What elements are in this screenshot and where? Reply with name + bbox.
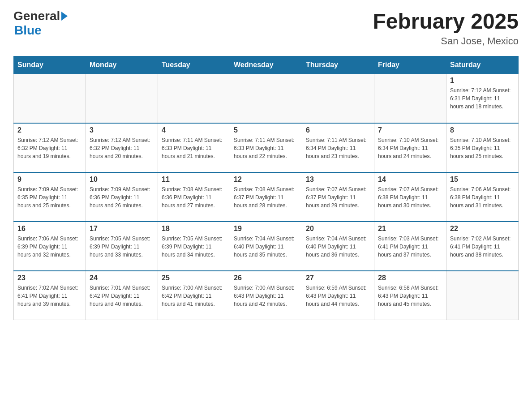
cell-day-number: 13 (306, 176, 370, 184)
cell-sun-info: Sunrise: 7:11 AM Sunset: 6:33 PM Dayligh… (162, 136, 226, 160)
cell-day-number: 11 (162, 176, 226, 184)
cell-sun-info: Sunrise: 7:03 AM Sunset: 6:41 PM Dayligh… (378, 235, 442, 259)
table-row: 6Sunrise: 7:11 AM Sunset: 6:34 PM Daylig… (302, 123, 374, 172)
header-monday: Monday (86, 56, 158, 74)
cell-sun-info: Sunrise: 7:08 AM Sunset: 6:37 PM Dayligh… (234, 185, 298, 210)
table-row: 13Sunrise: 7:07 AM Sunset: 6:37 PM Dayli… (302, 172, 374, 222)
table-row: 1Sunrise: 7:12 AM Sunset: 6:31 PM Daylig… (446, 74, 519, 123)
table-row (374, 74, 446, 123)
table-row (158, 74, 230, 123)
table-row: 18Sunrise: 7:05 AM Sunset: 6:39 PM Dayli… (158, 222, 230, 271)
cell-day-number: 7 (378, 126, 442, 134)
table-row: 4Sunrise: 7:11 AM Sunset: 6:33 PM Daylig… (158, 123, 230, 172)
cell-day-number: 9 (17, 176, 82, 184)
cell-sun-info: Sunrise: 7:06 AM Sunset: 6:39 PM Dayligh… (17, 235, 82, 259)
table-row (230, 74, 302, 123)
cell-sun-info: Sunrise: 7:02 AM Sunset: 6:41 PM Dayligh… (17, 284, 82, 308)
table-row (302, 74, 374, 123)
table-row (86, 74, 158, 123)
cell-sun-info: Sunrise: 7:07 AM Sunset: 6:38 PM Dayligh… (378, 185, 442, 210)
logo-blue: Blue (14, 23, 42, 38)
cell-sun-info: Sunrise: 7:05 AM Sunset: 6:39 PM Dayligh… (162, 235, 226, 259)
cell-day-number: 23 (17, 274, 82, 282)
cell-day-number: 16 (17, 225, 82, 233)
table-row: 12Sunrise: 7:08 AM Sunset: 6:37 PM Dayli… (230, 172, 302, 222)
cell-sun-info: Sunrise: 7:08 AM Sunset: 6:36 PM Dayligh… (162, 185, 226, 210)
table-row: 16Sunrise: 7:06 AM Sunset: 6:39 PM Dayli… (14, 222, 86, 271)
cell-day-number: 18 (162, 225, 226, 233)
cell-day-number: 17 (90, 225, 154, 233)
cell-sun-info: Sunrise: 7:09 AM Sunset: 6:35 PM Dayligh… (17, 185, 82, 210)
cell-day-number: 8 (450, 126, 515, 134)
cell-sun-info: Sunrise: 7:05 AM Sunset: 6:39 PM Dayligh… (90, 235, 154, 259)
table-row: 2Sunrise: 7:12 AM Sunset: 6:32 PM Daylig… (14, 123, 86, 172)
table-row: 10Sunrise: 7:09 AM Sunset: 6:36 PM Dayli… (86, 172, 158, 222)
table-row: 24Sunrise: 7:01 AM Sunset: 6:42 PM Dayli… (86, 271, 158, 320)
table-row (14, 74, 86, 123)
header-saturday: Saturday (446, 56, 519, 74)
weekday-header-row: Sunday Monday Tuesday Wednesday Thursday… (14, 56, 519, 74)
cell-sun-info: Sunrise: 7:07 AM Sunset: 6:37 PM Dayligh… (306, 185, 370, 210)
logo-triangle-icon (61, 12, 68, 21)
cell-day-number: 25 (162, 274, 226, 282)
table-row: 3Sunrise: 7:12 AM Sunset: 6:32 PM Daylig… (86, 123, 158, 172)
cell-sun-info: Sunrise: 7:04 AM Sunset: 6:40 PM Dayligh… (234, 235, 298, 259)
table-row: 23Sunrise: 7:02 AM Sunset: 6:41 PM Dayli… (14, 271, 86, 320)
table-row: 8Sunrise: 7:10 AM Sunset: 6:35 PM Daylig… (446, 123, 519, 172)
calendar-week-row: 16Sunrise: 7:06 AM Sunset: 6:39 PM Dayli… (14, 222, 519, 271)
cell-day-number: 12 (234, 176, 298, 184)
table-row: 7Sunrise: 7:10 AM Sunset: 6:34 PM Daylig… (374, 123, 446, 172)
cell-sun-info: Sunrise: 7:04 AM Sunset: 6:40 PM Dayligh… (306, 235, 370, 259)
cell-sun-info: Sunrise: 7:09 AM Sunset: 6:36 PM Dayligh… (90, 185, 154, 210)
cell-day-number: 28 (378, 274, 442, 282)
cell-sun-info: Sunrise: 7:02 AM Sunset: 6:41 PM Dayligh… (450, 235, 515, 259)
header-tuesday: Tuesday (158, 56, 230, 74)
header-thursday: Thursday (302, 56, 374, 74)
table-row: 9Sunrise: 7:09 AM Sunset: 6:35 PM Daylig… (14, 172, 86, 222)
cell-day-number: 2 (17, 126, 82, 134)
table-row: 14Sunrise: 7:07 AM Sunset: 6:38 PM Dayli… (374, 172, 446, 222)
cell-day-number: 10 (90, 176, 154, 184)
header-sunday: Sunday (14, 56, 86, 74)
calendar-week-row: 2Sunrise: 7:12 AM Sunset: 6:32 PM Daylig… (14, 123, 519, 172)
calendar-subtitle: San Jose, Mexico (373, 35, 519, 47)
header-friday: Friday (374, 56, 446, 74)
title-section: February 2025 San Jose, Mexico (373, 9, 519, 47)
cell-day-number: 3 (90, 126, 154, 134)
cell-day-number: 27 (306, 274, 370, 282)
cell-day-number: 14 (378, 176, 442, 184)
cell-day-number: 24 (90, 274, 154, 282)
cell-sun-info: Sunrise: 7:01 AM Sunset: 6:42 PM Dayligh… (90, 284, 154, 308)
cell-day-number: 6 (306, 126, 370, 134)
cell-day-number: 1 (450, 77, 515, 85)
table-row: 26Sunrise: 7:00 AM Sunset: 6:43 PM Dayli… (230, 271, 302, 320)
cell-sun-info: Sunrise: 7:11 AM Sunset: 6:33 PM Dayligh… (234, 136, 298, 160)
cell-day-number: 26 (234, 274, 298, 282)
logo-general: General (13, 9, 60, 23)
cell-sun-info: Sunrise: 7:12 AM Sunset: 6:31 PM Dayligh… (450, 86, 515, 111)
table-row: 21Sunrise: 7:03 AM Sunset: 6:41 PM Dayli… (374, 222, 446, 271)
cell-day-number: 5 (234, 126, 298, 134)
cell-sun-info: Sunrise: 7:10 AM Sunset: 6:35 PM Dayligh… (450, 136, 515, 160)
cell-day-number: 20 (306, 225, 370, 233)
table-row: 15Sunrise: 7:06 AM Sunset: 6:38 PM Dayli… (446, 172, 519, 222)
table-row: 17Sunrise: 7:05 AM Sunset: 6:39 PM Dayli… (86, 222, 158, 271)
calendar-week-row: 1Sunrise: 7:12 AM Sunset: 6:31 PM Daylig… (14, 74, 519, 123)
table-row: 5Sunrise: 7:11 AM Sunset: 6:33 PM Daylig… (230, 123, 302, 172)
cell-sun-info: Sunrise: 6:58 AM Sunset: 6:43 PM Dayligh… (378, 284, 442, 308)
cell-sun-info: Sunrise: 7:12 AM Sunset: 6:32 PM Dayligh… (17, 136, 82, 160)
table-row: 11Sunrise: 7:08 AM Sunset: 6:36 PM Dayli… (158, 172, 230, 222)
calendar-title: February 2025 (373, 9, 519, 34)
table-row: 22Sunrise: 7:02 AM Sunset: 6:41 PM Dayli… (446, 222, 519, 271)
cell-day-number: 4 (162, 126, 226, 134)
table-row: 20Sunrise: 7:04 AM Sunset: 6:40 PM Dayli… (302, 222, 374, 271)
table-row: 27Sunrise: 6:59 AM Sunset: 6:43 PM Dayli… (302, 271, 374, 320)
table-row: 25Sunrise: 7:00 AM Sunset: 6:42 PM Dayli… (158, 271, 230, 320)
calendar-week-row: 23Sunrise: 7:02 AM Sunset: 6:41 PM Dayli… (14, 271, 519, 320)
cell-day-number: 21 (378, 225, 442, 233)
table-row: 19Sunrise: 7:04 AM Sunset: 6:40 PM Dayli… (230, 222, 302, 271)
cell-day-number: 19 (234, 225, 298, 233)
cell-day-number: 22 (450, 225, 515, 233)
table-row: 28Sunrise: 6:58 AM Sunset: 6:43 PM Dayli… (374, 271, 446, 320)
calendar-week-row: 9Sunrise: 7:09 AM Sunset: 6:35 PM Daylig… (14, 172, 519, 222)
